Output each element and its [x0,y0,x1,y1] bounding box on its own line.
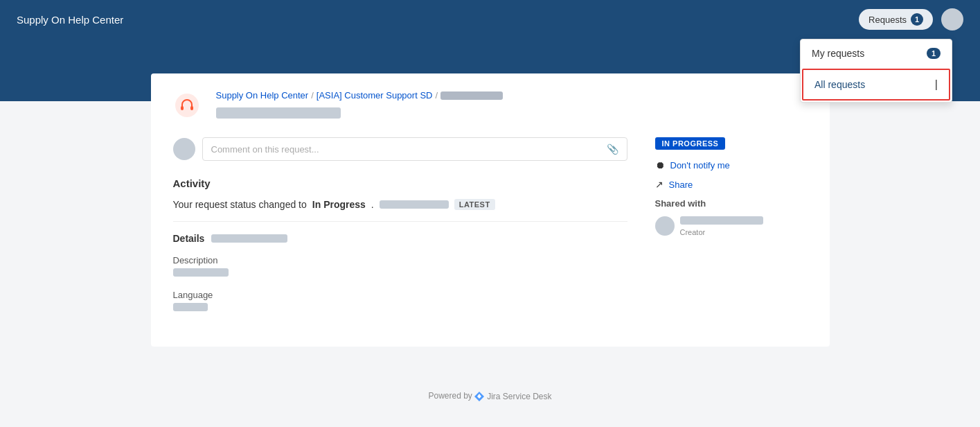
details-id [211,234,287,243]
breadcrumb-ticket-id [440,92,503,100]
language-section: Language [173,290,627,324]
my-requests-count: 1 [927,48,941,59]
avatar[interactable] [941,8,963,31]
breadcrumb-sep1: / [311,90,314,101]
comment-input[interactable]: Comment on this request... 📎 [202,137,627,161]
activity-pre: Your request status changed to [173,199,307,210]
shared-with-title: Shared with [655,198,808,209]
activity-timestamp [380,200,449,209]
shared-avatar [655,216,675,236]
breadcrumb-help-center[interactable]: Supply On Help Center [216,90,309,101]
header-right: Requests 1 [859,8,963,31]
jira-logo: Jira Service Desk [474,392,551,401]
shared-row: Creator [655,216,808,236]
all-requests-label: All requests [814,79,865,90]
page-footer: Powered by Jira Service Desk [0,374,980,412]
svg-point-0 [175,94,199,117]
comment-row: Comment on this request... 📎 [173,137,627,161]
content-layout: Comment on this request... 📎 Activity Yo… [173,137,808,324]
my-requests-item[interactable]: My requests 1 [801,40,952,67]
description-section: Description [173,255,627,290]
my-requests-label: My requests [812,48,864,59]
powered-by-text: Powered by [428,391,472,401]
header: Supply On Help Center Requests 1 My requ… [0,0,980,39]
divider [173,221,627,222]
header-title: Supply On Help Center [17,14,123,26]
requests-button[interactable]: Requests 1 [859,9,933,30]
details-title: Details [173,233,205,244]
status-badge: IN PROGRESS [655,137,726,150]
shared-info: Creator [680,216,763,236]
activity-title: Activity [173,177,627,189]
activity-post: . [371,199,374,210]
share-row[interactable]: ↗ Share [655,179,808,190]
notify-icon: ⏺ [655,159,665,171]
paperclip-icon: 📎 [607,143,618,155]
all-requests-item[interactable]: All requests | [802,69,950,101]
svg-rect-1 [181,106,184,110]
share-icon: ↗ [655,179,663,190]
breadcrumb: Supply On Help Center / [ASIA] Customer … [216,90,808,101]
notify-row[interactable]: ⏺ Don't notify me [655,159,808,171]
creator-label: Creator [680,228,763,236]
requests-label: Requests [868,15,907,25]
activity-status-bold: In Progress [312,199,366,210]
latest-badge: LATEST [454,199,495,210]
requests-dropdown: My requests 1 All requests | [800,39,952,103]
language-value [173,303,208,311]
ticket-title [216,107,341,119]
jira-label: Jira Service Desk [487,392,551,401]
share-label: Share [669,180,693,190]
activity-entry: Your request status changed to In Progre… [173,199,627,210]
details-row: Details [173,233,627,244]
side-col: IN PROGRESS ⏺ Don't notify me ↗ Share Sh… [655,137,808,324]
requests-count: 1 [911,13,923,26]
svg-rect-2 [190,106,193,110]
comment-placeholder: Comment on this request... [211,144,319,155]
comment-avatar [173,138,195,160]
description-value [173,268,229,277]
main-col: Comment on this request... 📎 Activity Yo… [173,137,627,324]
main-card: Supply On Help Center / [ASIA] Customer … [151,73,830,347]
headset-icon [173,92,201,119]
language-label: Language [173,290,627,300]
breadcrumb-customer-support[interactable]: [ASIA] Customer Support SD [317,90,433,101]
cursor-indicator: | [935,78,938,91]
breadcrumb-sep2: / [435,90,438,101]
notify-label: Don't notify me [670,160,730,171]
description-label: Description [173,255,627,265]
shared-name [680,216,763,225]
